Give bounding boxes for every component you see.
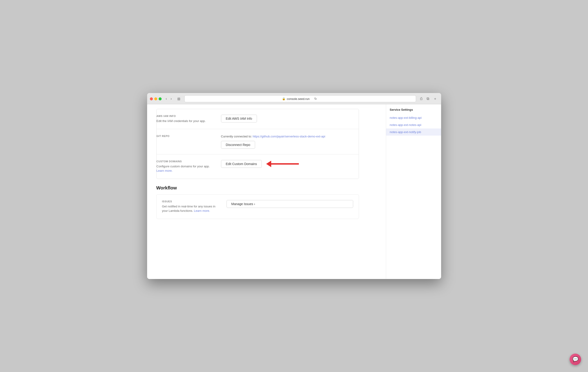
arrow-shaft [271,163,299,165]
custom-domains-label: CUSTOM DOMAINS [157,160,212,163]
sidebar-toggle-button[interactable]: ⊞ [176,96,182,102]
settings-card: AWS IAM INFO Edit the IAM credentials fo… [156,109,359,179]
edit-aws-iam-button[interactable]: Edit AWS IAM Info [221,115,257,123]
issues-description: Get notified in real-time for any issues… [162,204,217,213]
traffic-light-yellow[interactable] [154,97,157,100]
workflow-card: ISSUES Get notified in real-time for any… [156,194,359,219]
chat-icon: 💬 [572,356,578,362]
aws-iam-description: Edit the IAM credentials for your app. [157,119,212,123]
sidebar-item-notify-job[interactable]: notes-app-ext-notify-job [386,128,441,135]
edit-custom-domains-button[interactable]: Edit Custom Domains [221,160,262,168]
content-area: AWS IAM INFO Edit the IAM credentials fo… [147,104,368,224]
workflow-heading: Workflow [156,185,359,191]
custom-domains-section: CUSTOM DOMAINS Configure custom domains … [157,155,359,179]
custom-domains-label-col: CUSTOM DOMAINS Configure custom domains … [157,160,212,173]
sidebar-item-notes-api[interactable]: notes-app-ext-notes-api [386,121,441,128]
reload-button[interactable]: ↻ [313,96,318,101]
issues-label: ISSUES [162,200,217,203]
git-connected-prefix: Currently connected to: [221,135,253,138]
browser-window: ‹ › ⊞ 🔒 console.seed.run ↻ ⎙ ⧉ ＋ [147,93,441,279]
browser-chrome: ‹ › ⊞ 🔒 console.seed.run ↻ ⎙ ⧉ ＋ [147,93,441,104]
nav-buttons: ‹ › [164,96,173,101]
custom-domains-content: Edit Custom Domains [221,160,359,168]
forward-button[interactable]: › [169,96,173,101]
git-connected-text: Currently connected to: https://github.c… [221,135,359,138]
issues-learn-more[interactable]: Learn more. [194,209,210,212]
issues-section: ISSUES Get notified in real-time for any… [157,195,359,219]
chat-button[interactable]: 💬 [570,354,581,365]
duplicate-tab-button[interactable]: ⧉ [425,96,430,101]
manage-issues-button[interactable]: Manage Issues › [227,200,353,208]
traffic-light-green[interactable] [159,97,162,100]
custom-domains-learn-more[interactable]: Learn more. [157,169,173,172]
custom-domains-description: Configure custom domains for your app. L… [157,164,212,173]
custom-domains-row: Edit Custom Domains [221,160,359,168]
url-text: console.seed.run [287,97,310,101]
git-repo-label-col: GIT REPO [157,135,212,139]
aws-iam-content: Edit AWS IAM Info [221,115,359,123]
sidebar-title: Service Settings [386,108,441,114]
git-repo-link[interactable]: https://github.com/jayair/serverless-sta… [253,135,325,138]
new-tab-button[interactable]: ＋ [432,96,438,102]
arrow-head [266,161,271,167]
aws-iam-label-col: AWS IAM INFO Edit the IAM credentials fo… [157,115,212,123]
sidebar: Service Settings notes-app-ext-billing-a… [386,104,441,279]
traffic-light-red[interactable] [150,97,153,100]
lock-icon: 🔒 [282,97,285,100]
browser-actions: ⎙ ⧉ ＋ [419,96,438,102]
back-button[interactable]: ‹ [164,96,168,101]
git-repo-content: Currently connected to: https://github.c… [221,135,359,149]
git-repo-label: GIT REPO [157,135,212,137]
git-repo-section: GIT REPO Currently connected to: https:/… [157,129,359,155]
sidebar-item-billing-api[interactable]: notes-app-ext-billing-api [386,114,441,121]
main-content: AWS IAM INFO Edit the IAM credentials fo… [147,104,386,279]
address-bar[interactable]: 🔒 console.seed.run ↻ [184,95,416,102]
aws-iam-section: AWS IAM INFO Edit the IAM credentials fo… [157,109,359,129]
issues-label-col: ISSUES Get notified in real-time for any… [162,200,217,213]
issues-content: Manage Issues › [227,200,353,208]
aws-iam-label: AWS IAM INFO [157,115,212,117]
disconnect-repo-button[interactable]: Disconnect Repo [221,141,255,149]
browser-body: AWS IAM INFO Edit the IAM credentials fo… [147,104,441,279]
share-button[interactable]: ⎙ [419,96,424,101]
red-arrow [266,161,299,167]
traffic-lights [150,97,162,100]
custom-domains-desc-text: Configure custom domains for your app. [157,165,210,168]
